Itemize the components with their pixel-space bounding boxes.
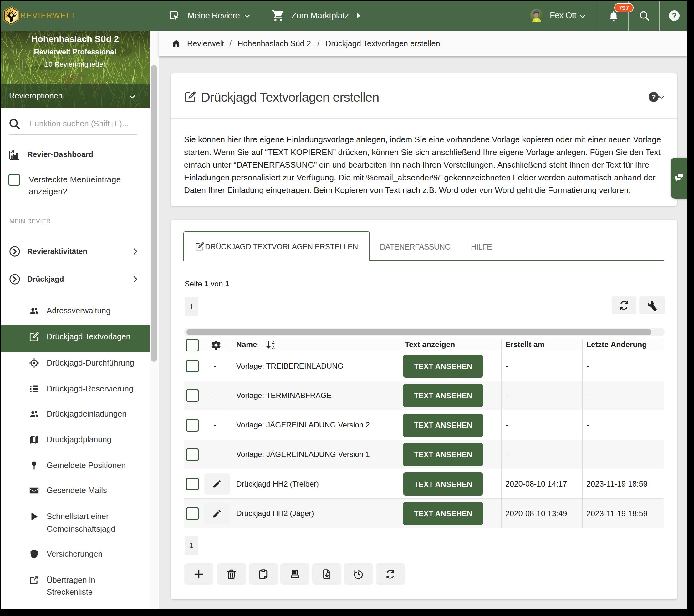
svg-text:A: A [272, 345, 275, 350]
svg-text:Z: Z [272, 340, 275, 344]
